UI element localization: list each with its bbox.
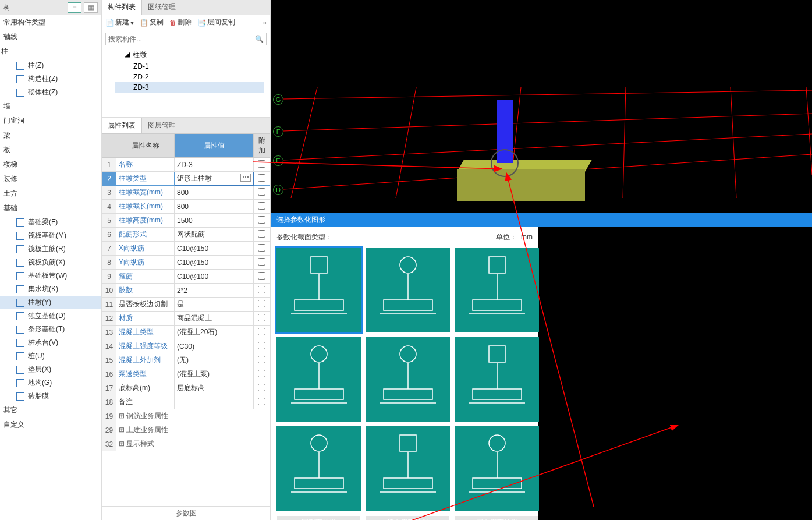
prop-row[interactable]: 2柱墩类型矩形上柱墩⋯ (102, 172, 270, 186)
tree-zd3[interactable]: ZD-3 (115, 82, 264, 93)
shape-option[interactable]: 棱台形上柱墩 (455, 248, 539, 332)
extra-check[interactable] (258, 216, 265, 224)
prop-row[interactable]: 12材质商品混凝土 (102, 312, 270, 326)
extra-check[interactable] (258, 174, 265, 182)
prop-row[interactable]: 5柱墩高度(mm)1500 (102, 214, 270, 228)
foundation-item[interactable]: 集水坑(K) (0, 282, 101, 296)
foundation-item[interactable]: 地沟(G) (0, 376, 101, 390)
shape-option[interactable]: 矩形上柱墩 (276, 248, 361, 332)
extra-check[interactable] (258, 314, 265, 321)
foundation-item[interactable]: 柱墩(Y) (0, 296, 101, 309)
section-column-head[interactable]: 柱 (0, 44, 101, 59)
toolbar-overflow-icon[interactable]: » (263, 19, 267, 27)
extra-check[interactable] (258, 188, 265, 196)
col-item-z[interactable]: 柱(Z) (0, 59, 101, 72)
extra-check[interactable] (258, 398, 265, 405)
section-slab[interactable]: 板 (0, 143, 101, 157)
prop-row[interactable]: 4柱墩截长(mm)800 (102, 200, 270, 214)
tab-props[interactable]: 属性列表 (102, 118, 142, 133)
prop-value[interactable]: 2*2 (175, 284, 254, 298)
shape-option[interactable]: 矩形下柱墩 (455, 337, 539, 422)
extra-check[interactable] (258, 258, 265, 266)
prop-row[interactable]: 18备注 (102, 395, 270, 409)
tree-root[interactable]: ◢ 柱墩 (115, 49, 264, 61)
search-box[interactable]: 🔍 (105, 33, 267, 45)
extra-check[interactable] (258, 370, 265, 377)
section-soil[interactable]: 土方 (0, 186, 101, 201)
section-beam[interactable]: 梁 (0, 128, 101, 143)
section-other[interactable]: 其它 (0, 403, 101, 418)
col-item-qz[interactable]: 砌体柱(Z) (0, 86, 101, 99)
prop-row[interactable]: 9箍筋C10@100 (102, 270, 270, 284)
prop-value[interactable]: 商品混凝土 (175, 312, 254, 326)
extra-check[interactable] (258, 244, 265, 252)
extra-check[interactable] (258, 356, 265, 363)
extra-check[interactable] (258, 160, 265, 168)
ellipsis-button[interactable]: ⋯ (240, 174, 251, 182)
section-door[interactable]: 门窗洞 (0, 114, 101, 128)
shape-option[interactable]: 圆台形下柱墩 (455, 426, 539, 511)
prop-row[interactable]: 15混凝土外加剂(无) (102, 353, 270, 367)
tree-zd1[interactable]: ZD-1 (115, 61, 264, 72)
shape-option[interactable]: 圆台形上柱墩 (276, 337, 361, 422)
prop-row[interactable]: 17底标高(m)层底标高 (102, 381, 270, 395)
expander-row[interactable]: 32⊞ 显示样式 (102, 437, 270, 451)
foundation-item[interactable]: 垫层(X) (0, 363, 101, 376)
tree-zd2[interactable]: ZD-2 (115, 72, 264, 82)
section-stair[interactable]: 楼梯 (0, 157, 101, 172)
foundation-item[interactable]: 基础梁(F) (0, 215, 101, 229)
extra-check[interactable] (258, 202, 265, 210)
prop-row[interactable]: 10肢数2*2 (102, 284, 270, 298)
shape-option[interactable]: 圆形下柱墩 (276, 426, 361, 511)
prop-row[interactable]: 7X向纵筋C10@150 (102, 242, 270, 256)
prop-row[interactable]: 16泵送类型(混凝土泵) (102, 367, 270, 381)
new-button[interactable]: 📄 新建 ▾ (105, 17, 134, 27)
extra-check[interactable] (258, 328, 265, 335)
expander-row[interactable]: 19⊞ 钢筋业务属性 (102, 409, 270, 423)
extra-check[interactable] (258, 230, 265, 238)
prop-value[interactable] (175, 395, 254, 409)
prop-value[interactable]: (无) (175, 353, 254, 367)
prop-value[interactable]: (混凝土20石) (175, 326, 254, 339)
list-view-icon[interactable]: ≡ (68, 2, 81, 13)
prop-row[interactable]: 11是否按板边切割是 (102, 298, 270, 312)
foundation-item[interactable]: 筏板基础(M) (0, 229, 101, 242)
tab-layers[interactable]: 图层管理 (142, 118, 182, 133)
extra-check[interactable] (258, 272, 265, 280)
foundation-item[interactable]: 基础板带(W) (0, 269, 101, 282)
section-foundation[interactable]: 基础 (0, 201, 101, 215)
section-types[interactable]: 常用构件类型 (0, 15, 101, 30)
prop-value[interactable]: 网状配筋 (175, 228, 254, 242)
prop-value[interactable]: 矩形上柱墩⋯ (175, 172, 254, 186)
prop-value[interactable]: ZD-3 (175, 158, 254, 172)
foundation-item[interactable]: 砖胎膜 (0, 390, 101, 403)
prop-value[interactable]: (混凝土泵) (175, 367, 254, 381)
viewport-3d[interactable]: G F E D (271, 0, 812, 213)
search-input[interactable] (108, 35, 255, 43)
delete-button[interactable]: 🗑 删除 (169, 17, 192, 27)
section-finish[interactable]: 装修 (0, 172, 101, 186)
prop-value[interactable]: 800 (175, 186, 254, 200)
search-icon[interactable]: 🔍 (255, 35, 264, 43)
foundation-item[interactable]: 桩(U) (0, 349, 101, 363)
section-wall[interactable]: 墙 (0, 99, 101, 114)
prop-value[interactable]: 800 (175, 200, 254, 214)
foundation-item[interactable]: 条形基础(T) (0, 323, 101, 336)
card-view-icon[interactable]: ▦ (84, 2, 98, 13)
section-custom[interactable]: 自定义 (0, 418, 101, 432)
tab-drawings[interactable]: 图纸管理 (142, 0, 182, 15)
prop-value[interactable]: C10@150 (175, 242, 254, 256)
prop-value[interactable]: 是 (175, 298, 254, 312)
prop-row[interactable]: 14混凝土强度等级(C30) (102, 339, 270, 353)
layercopy-button[interactable]: 📑 层间复制 (197, 17, 235, 27)
prop-value[interactable]: 1500 (175, 214, 254, 228)
shape-option[interactable]: 圆形上柱墩 (366, 248, 450, 332)
col-item-gz[interactable]: 构造柱(Z) (0, 72, 101, 86)
expander-row[interactable]: 29⊞ 土建业务属性 (102, 423, 270, 437)
section-line[interactable]: 轴线 (0, 30, 101, 44)
extra-check[interactable] (258, 342, 265, 349)
copy-button[interactable]: 📋 复制 (140, 17, 164, 27)
prop-row[interactable]: 13混凝土类型(混凝土20石) (102, 326, 270, 339)
param-foot[interactable]: 参数图 (102, 506, 270, 520)
foundation-item[interactable]: 独立基础(D) (0, 309, 101, 323)
